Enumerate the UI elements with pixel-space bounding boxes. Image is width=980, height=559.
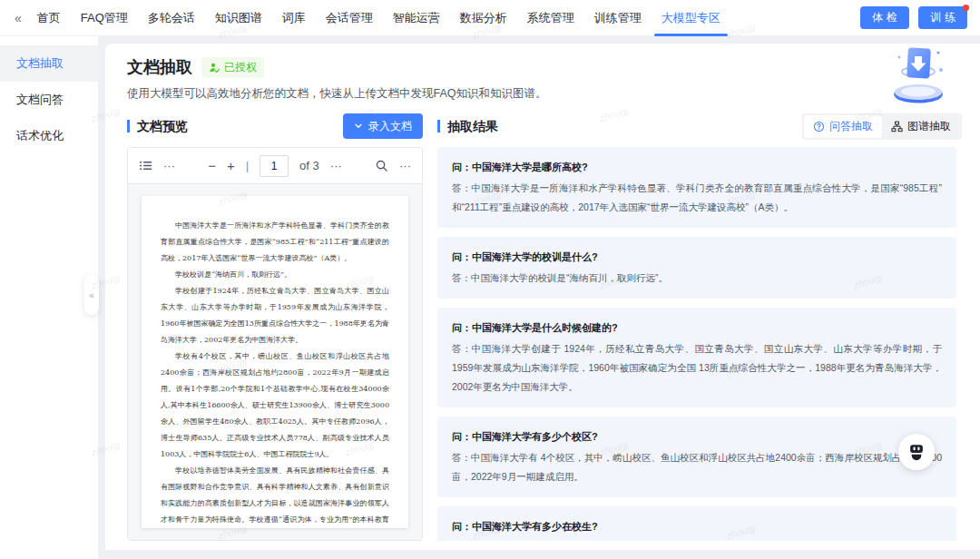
nav-item[interactable]: 首页 <box>37 0 61 36</box>
qa-card: 问：中国海洋大学是什么时候创建的?答：中国海洋大学创建于 1924年，历经私立青… <box>437 308 956 407</box>
person-check-icon <box>209 62 220 74</box>
qa-question: 问：中国海洋大学有多少在校生? <box>452 517 942 536</box>
app-shell: 文档抽取文档问答话术优化 文档抽取 已授权 使用大模型可以高效地分析您的文档，快… <box>0 36 980 559</box>
robot-icon <box>906 442 926 462</box>
results-panel-title: 抽取结果 <box>437 120 498 132</box>
qa-card-list[interactable]: 问：中国海洋大学是哪所高校?答：中国海洋大学是一所海洋和水产学科特色显著、学科门… <box>437 147 962 541</box>
question-text: 中国海洋大学是哪所高校? <box>472 162 588 172</box>
toolbar-divider: | <box>246 159 249 172</box>
document-paragraph: 学校以培养德智体美劳全面发展、具有民族精神和社会责任感、具有国际视野和合作竞争意… <box>161 463 389 528</box>
search-icon[interactable] <box>375 159 388 172</box>
import-document-button[interactable]: 录入文档 <box>343 113 423 139</box>
answer-text: 中国海洋大学的校训是“海纳百川，取则行远”。 <box>471 272 668 283</box>
question-text: 中国海洋大学的校训是什么? <box>472 251 598 262</box>
sidebar-item[interactable]: 话术优化 <box>0 118 98 154</box>
page-number-input[interactable] <box>260 155 289 177</box>
qa-card: 问：中国海洋大学是哪所高校?答：中国海洋大学是一所海洋和水产学科特色显著、学科门… <box>437 147 956 228</box>
answer-text: 中国海洋大学是一所海洋和水产学科特色显著、学科门类齐全的教育部直属重点综合性大学… <box>452 182 942 212</box>
qa-answer: 答：中国海洋大学现有在校生34000余人，其中本科生16600余人、硕士研究生1… <box>452 538 942 541</box>
nav-item[interactable]: 系统管理 <box>527 0 574 36</box>
document-preview-panel: 文档预览 录入文档 <box>127 113 423 541</box>
graph-extraction-tab[interactable]: 图谱抽取 <box>882 115 960 138</box>
top-nav: « 首页FAQ管理多轮会话知识图谱词库会话管理智能运营数据分析系统管理训练管理大… <box>0 0 980 36</box>
auth-badge-label: 已授权 <box>224 60 257 75</box>
answer-text: 中国海洋大学创建于 1924年，历经私立青岛大学、国立青岛大学、国立山东大学、山… <box>452 343 942 392</box>
qa-card: 问：中国海洋大学的校训是什么?答：中国海洋大学的校训是“海纳百川，取则行远”。 <box>437 237 956 299</box>
answer-prefix: 答： <box>452 272 471 283</box>
nav-item[interactable]: 会话管理 <box>326 0 373 36</box>
document-paragraph: 学校创建于1924年，历经私立青岛大学、国立青岛大学、国立山东大学、山东大学等办… <box>161 283 389 348</box>
document-paragraph: 学校有4个校区，其中，崂山校区、鱼山校区和浮山校区共占地2400余亩；西海岸校区… <box>161 348 389 463</box>
nav-action-button[interactable]: 训练 <box>918 6 967 29</box>
extraction-results-panel: 抽取结果 问答抽取图谱抽取 问：中国海洋大学是哪所高校?答：中国海洋大学是一所海… <box>437 113 962 541</box>
graph-icon <box>891 121 903 132</box>
zoom-out-icon[interactable]: − <box>208 158 216 173</box>
nav-item[interactable]: 知识图谱 <box>215 0 262 36</box>
qa-question: 问：中国海洋大学有多少个校区? <box>452 427 942 446</box>
main-card: 文档抽取 已授权 使用大模型可以高效地分析您的文档，快速从上传文档中发现FAQ知… <box>105 44 980 550</box>
question-text: 中国海洋大学有多少在校生? <box>472 521 598 532</box>
qa-card: 问：中国海洋大学有多少个校区?答：中国海洋大学有 4个校区，其中，崂山校区、鱼山… <box>437 417 956 497</box>
toolbar-more-icon[interactable]: ··· <box>399 159 411 172</box>
document-paragraph: 中国海洋大学是一所海洋和水产学科特色显著、学科门类齐全的教育部直属重点综合性大学… <box>161 218 389 267</box>
preview-panel-header: 文档预览 录入文档 <box>127 113 423 140</box>
pdf-canvas-area[interactable]: 中国海洋大学是一所海洋和水产学科特色显著、学科门类齐全的教育部直属重点综合性大学… <box>128 184 422 540</box>
page-total-label: of 3 <box>299 159 319 172</box>
nav-item[interactable]: 大模型专区 <box>662 0 720 36</box>
nav-item[interactable]: 训练管理 <box>594 0 642 36</box>
question-text: 中国海洋大学有多少个校区? <box>472 431 598 442</box>
question-circle-icon <box>813 121 825 132</box>
document-download-illustration <box>880 45 956 109</box>
answer-prefix: 答： <box>452 452 471 463</box>
page-title: 文档抽取 <box>127 56 192 78</box>
nav-item[interactable]: 智能运营 <box>393 0 440 36</box>
page-description: 使用大模型可以高效地分析您的文档，快速从上传文档中发现FAQ知识和知识图谱。 <box>127 86 962 102</box>
main-area: 文档抽取 已授权 使用大模型可以高效地分析您的文档，快速从上传文档中发现FAQ知… <box>98 36 980 559</box>
results-panel-header: 抽取结果 问答抽取图谱抽取 <box>437 113 962 140</box>
page-header: 文档抽取 已授权 <box>127 56 962 78</box>
answer-prefix: 答： <box>452 343 472 354</box>
nav-collapse-icon[interactable]: « <box>15 11 22 25</box>
nav-action-button[interactable]: 体检 <box>860 6 909 29</box>
preview-panel-title: 文档预览 <box>127 120 188 132</box>
answer-prefix: 答： <box>452 182 471 193</box>
top-nav-items: 首页FAQ管理多轮会话知识图谱词库会话管理智能运营数据分析系统管理训练管理大模型… <box>27 0 730 35</box>
outline-icon[interactable] <box>139 159 152 172</box>
qa-answer: 答：中国海洋大学是一所海洋和水产学科特色显著、学科门类齐全的教育部直属重点综合性… <box>452 179 942 217</box>
tab-label: 图谱抽取 <box>907 119 951 134</box>
assistant-robot-button[interactable] <box>898 434 935 470</box>
sidebar-collapse-handle[interactable]: « <box>84 275 99 315</box>
qa-answer: 答：中国海洋大学的校训是“海纳百川，取则行远”。 <box>452 269 942 288</box>
qa-answer: 答：中国海洋大学有 4个校区，其中，崂山校区、鱼山校区和浮山校区共占地2400余… <box>452 448 942 486</box>
page-more-icon[interactable]: ··· <box>330 159 342 172</box>
question-prefix: 问： <box>452 322 472 333</box>
pdf-viewer: ··· − + | of 3 ··· <box>127 147 423 541</box>
preview-more-icon[interactable]: ··· <box>163 159 175 172</box>
pdf-toolbar: ··· − + | of 3 ··· <box>128 148 422 184</box>
nav-item[interactable]: 词库 <box>282 0 306 36</box>
question-text: 中国海洋大学是什么时候创建的? <box>472 322 618 333</box>
nav-item[interactable]: FAQ管理 <box>81 0 128 36</box>
chevron-double-left-icon: « <box>89 290 94 300</box>
auth-badge: 已授权 <box>201 57 264 78</box>
question-prefix: 问： <box>452 431 472 442</box>
question-prefix: 问： <box>452 162 472 172</box>
nav-item[interactable]: 多轮会话 <box>148 0 195 36</box>
nav-item[interactable]: 数据分析 <box>460 0 507 36</box>
qa-question: 问：中国海洋大学是什么时候创建的? <box>452 319 942 338</box>
tab-label: 问答抽取 <box>829 119 873 134</box>
zoom-in-icon[interactable]: + <box>227 158 235 173</box>
qa-answer: 答：中国海洋大学创建于 1924年，历经私立青岛大学、国立青岛大学、国立山东大学… <box>452 339 942 397</box>
top-nav-actions: 体检训练 <box>860 6 980 29</box>
qa-question: 问：中国海洋大学的校训是什么? <box>452 248 942 267</box>
qa-extraction-tab[interactable]: 问答抽取 <box>804 115 882 138</box>
content-columns: 文档预览 录入文档 <box>127 113 962 541</box>
qa-question: 问：中国海洋大学是哪所高校? <box>452 158 942 177</box>
qa-card: 问：中国海洋大学有多少在校生?答：中国海洋大学现有在校生34000余人，其中本科… <box>437 506 956 541</box>
sidebar-item[interactable]: 文档抽取 <box>0 45 98 82</box>
sidebar: 文档抽取文档问答话术优化 <box>0 36 98 559</box>
answer-text: 中国海洋大学有 4个校区，其中，崂山校区、鱼山校区和浮山校区共占地2400余亩；… <box>452 452 942 482</box>
import-document-label: 录入文档 <box>368 119 412 134</box>
sidebar-item[interactable]: 文档问答 <box>0 82 98 118</box>
question-prefix: 问： <box>452 251 472 262</box>
